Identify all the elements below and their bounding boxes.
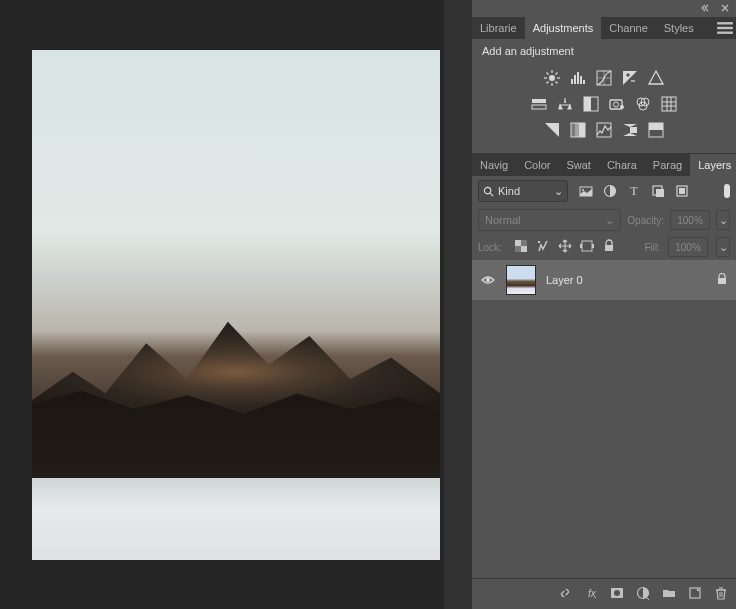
adjustments-tabs: Librarie Adjustments Channe Styles [472, 17, 736, 39]
svg-rect-68 [580, 244, 582, 248]
kind-label: Kind [498, 185, 520, 197]
color-balance-icon[interactable] [555, 94, 575, 114]
svg-rect-66 [515, 246, 521, 252]
layers-footer: fx [472, 578, 736, 609]
lock-transparency-icon[interactable] [514, 239, 528, 255]
collapse-icon[interactable] [700, 3, 710, 15]
filter-pixel-icon[interactable] [576, 181, 596, 201]
svg-rect-35 [662, 97, 676, 111]
layers-tabs: Navig Color Swat Chara Parag Layers [472, 154, 736, 176]
opacity-dropdown-icon[interactable]: ⌄ [716, 210, 730, 230]
adjustments-grid [472, 61, 736, 153]
fill-label: Fill: [644, 242, 660, 253]
svg-rect-64 [521, 246, 527, 252]
tab-swatches[interactable]: Swat [558, 154, 598, 176]
svg-line-9 [556, 82, 558, 84]
posterize-icon[interactable] [568, 120, 588, 140]
layer-mask-icon[interactable] [610, 586, 624, 602]
link-layers-icon[interactable] [558, 586, 572, 602]
fill-value[interactable]: 100% [668, 237, 708, 257]
filter-adjustment-icon[interactable] [600, 181, 620, 201]
levels-icon[interactable] [568, 68, 588, 88]
lock-label: Lock: [478, 242, 502, 253]
tab-navigator[interactable]: Navig [472, 154, 516, 176]
tab-channels[interactable]: Channe [601, 17, 656, 39]
tab-styles[interactable]: Styles [656, 17, 702, 39]
brightness-contrast-icon[interactable] [542, 68, 562, 88]
adjustment-layer-icon[interactable] [636, 586, 650, 602]
layer-style-icon[interactable]: fx [584, 586, 598, 602]
svg-rect-16 [583, 80, 585, 84]
layer-kind-select[interactable]: Kind ⌄ [478, 180, 568, 202]
group-icon[interactable] [662, 586, 676, 602]
svg-rect-15 [580, 76, 582, 84]
curves-icon[interactable] [594, 68, 614, 88]
lock-image-icon[interactable] [536, 239, 550, 255]
svg-point-26 [564, 101, 566, 103]
opacity-value[interactable]: 100% [670, 210, 710, 230]
layer-row[interactable]: Layer 0 [472, 260, 736, 300]
color-lookup-icon[interactable] [659, 94, 679, 114]
svg-rect-47 [623, 127, 630, 133]
filter-toggle-switch[interactable] [724, 184, 730, 198]
svg-point-31 [620, 105, 624, 109]
black-white-icon[interactable] [581, 94, 601, 114]
close-icon[interactable] [720, 3, 730, 15]
layer-name[interactable]: Layer 0 [546, 274, 583, 286]
visibility-toggle-icon[interactable] [480, 275, 496, 285]
svg-rect-49 [649, 123, 663, 130]
svg-text:T: T [630, 184, 638, 198]
tab-character[interactable]: Chara [599, 154, 645, 176]
adjustments-panel-menu-icon[interactable] [714, 17, 736, 39]
svg-rect-72 [718, 278, 726, 284]
channel-mixer-icon[interactable] [633, 94, 653, 114]
layer-filter-row: Kind ⌄ T [472, 176, 736, 206]
fill-dropdown-icon[interactable]: ⌄ [716, 237, 730, 257]
svg-rect-67 [582, 241, 592, 251]
svg-rect-65 [521, 240, 527, 246]
svg-rect-13 [574, 75, 576, 84]
filter-type-icon[interactable]: T [624, 181, 644, 201]
tab-color[interactable]: Color [516, 154, 558, 176]
svg-point-56 [582, 189, 584, 191]
svg-rect-63 [515, 240, 521, 246]
svg-rect-14 [577, 72, 579, 84]
tab-adjustments[interactable]: Adjustments [525, 17, 602, 39]
blend-mode-select[interactable]: Normal⌄ [478, 209, 621, 231]
delete-layer-icon[interactable] [714, 586, 728, 602]
selective-color-icon[interactable] [646, 120, 666, 140]
layer-thumbnail[interactable] [506, 265, 536, 295]
filter-smartobject-icon[interactable] [672, 181, 692, 201]
svg-point-3 [549, 75, 555, 81]
svg-line-8 [547, 73, 549, 75]
svg-rect-28 [584, 97, 591, 111]
tab-paragraph[interactable]: Parag [645, 154, 690, 176]
vibrance-icon[interactable] [646, 68, 666, 88]
opacity-label: Opacity: [627, 215, 664, 226]
filter-shape-icon[interactable] [648, 181, 668, 201]
tab-libraries[interactable]: Librarie [472, 17, 525, 39]
gradient-map-icon[interactable] [620, 120, 640, 140]
panel-top-bar [472, 0, 736, 17]
new-layer-icon[interactable] [688, 586, 702, 602]
invert-icon[interactable] [542, 120, 562, 140]
hue-saturation-icon[interactable] [529, 94, 549, 114]
svg-rect-12 [571, 79, 573, 84]
lock-all-icon[interactable] [602, 239, 616, 255]
svg-point-30 [614, 102, 619, 107]
svg-rect-45 [597, 123, 611, 137]
svg-rect-60 [656, 189, 664, 197]
threshold-icon[interactable] [594, 120, 614, 140]
exposure-icon[interactable] [620, 68, 640, 88]
document-canvas[interactable] [32, 50, 440, 560]
photo-filter-icon[interactable] [607, 94, 627, 114]
svg-rect-70 [605, 245, 613, 251]
lock-artboard-icon[interactable] [580, 239, 594, 255]
lock-position-icon[interactable] [558, 239, 572, 255]
svg-line-11 [556, 73, 558, 75]
tab-layers[interactable]: Layers [690, 154, 736, 176]
svg-rect-69 [592, 244, 594, 248]
blend-row: Normal⌄ Opacity: 100% ⌄ [472, 206, 736, 234]
svg-line-10 [547, 82, 549, 84]
layer-lock-icon[interactable] [716, 273, 728, 287]
